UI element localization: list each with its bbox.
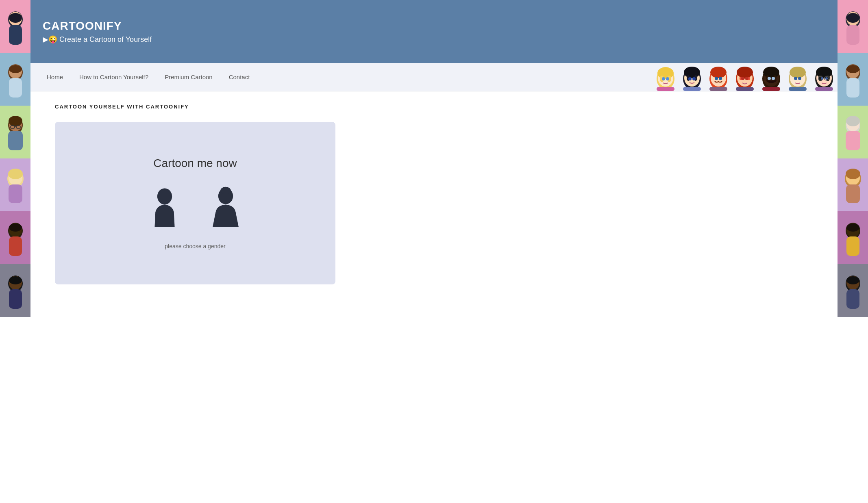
svg-rect-48 [709, 87, 727, 91]
right-avatar-2-icon [841, 61, 865, 98]
svg-rect-3 [9, 25, 22, 45]
site-header: CARTOONIFY ▶😜 Create a Cartoon of Yourse… [30, 0, 838, 63]
gender-choices [146, 186, 244, 227]
nav-avatar-dark-skin [758, 65, 785, 91]
nav-home[interactable]: Home [39, 69, 71, 85]
svg-rect-26 [9, 289, 22, 309]
svg-point-32 [662, 77, 665, 80]
left-cell-2 [0, 53, 30, 106]
svg-point-29 [657, 67, 674, 79]
nav-bar: Home How to Cartoon Yourself? Premium Ca… [30, 63, 838, 91]
svg-rect-22 [9, 236, 22, 256]
svg-point-96 [846, 116, 860, 126]
gender-prompt: please choose a gender [165, 243, 225, 249]
svg-rect-109 [846, 289, 859, 309]
svg-point-88 [846, 13, 859, 23]
left-cell-5 [0, 211, 30, 264]
svg-point-70 [798, 77, 801, 80]
nav-how-to[interactable]: How to Cartoon Yourself? [71, 69, 157, 85]
svg-point-63 [768, 77, 771, 80]
svg-point-46 [715, 77, 718, 80]
svg-point-47 [719, 77, 722, 80]
right-cell-3 [838, 106, 868, 158]
nav-avatar-light-hair [785, 65, 811, 91]
left-side-strip [0, 0, 30, 503]
svg-rect-101 [846, 184, 860, 203]
right-avatar-4-icon [841, 167, 865, 203]
left-cell-3 [0, 106, 30, 158]
right-side-strip [838, 0, 868, 503]
nav-avatar-blonde [653, 65, 679, 91]
svg-point-81 [825, 77, 828, 80]
svg-point-25 [9, 276, 22, 284]
svg-point-85 [220, 187, 231, 194]
svg-point-83 [157, 188, 172, 204]
svg-rect-57 [736, 87, 754, 91]
svg-point-100 [846, 169, 860, 179]
right-cell-4 [838, 158, 868, 211]
right-cell-2 [838, 53, 868, 106]
svg-rect-42 [683, 87, 701, 91]
svg-point-37 [684, 67, 700, 78]
svg-point-60 [763, 67, 779, 78]
nav-avatar-glasses [732, 65, 758, 91]
svg-rect-11 [8, 131, 23, 150]
left-cell-1 [0, 0, 30, 53]
left-avatar-3-icon [3, 114, 28, 150]
nav-premium[interactable]: Premium Cartoon [157, 69, 221, 85]
svg-rect-105 [846, 236, 859, 256]
male-icon [146, 186, 183, 227]
svg-point-17 [8, 169, 23, 179]
right-cell-5 [838, 211, 868, 264]
nav-avatars [653, 63, 838, 91]
svg-point-74 [816, 67, 832, 78]
left-cell-6 [0, 264, 30, 317]
right-avatar-5-icon [841, 219, 865, 256]
left-avatar-4-icon [3, 167, 28, 203]
section-heading: CARTOON YOURSELF WITH CARTOONIFY [55, 104, 813, 110]
svg-point-10 [9, 116, 22, 126]
left-avatar-1-icon [3, 8, 28, 45]
svg-point-51 [737, 67, 753, 78]
svg-rect-65 [762, 87, 780, 91]
left-avatar-6-icon [3, 272, 28, 309]
female-icon [207, 186, 244, 227]
left-cell-4 [0, 158, 30, 211]
svg-rect-34 [657, 87, 674, 91]
right-cell-1 [838, 0, 868, 53]
svg-point-21 [9, 223, 22, 232]
svg-rect-82 [815, 87, 833, 91]
page-wrapper: CARTOONIFY ▶😜 Create a Cartoon of Yourse… [0, 0, 868, 503]
nav-avatar-dark-hair [679, 65, 705, 91]
svg-rect-89 [846, 25, 859, 45]
svg-point-92 [846, 65, 859, 73]
svg-point-6 [9, 65, 22, 73]
svg-rect-55 [745, 77, 750, 80]
right-avatar-3-icon [841, 114, 865, 150]
left-avatar-2-icon [3, 61, 28, 98]
site-subtitle: ▶😜 Create a Cartoon of Yourself [43, 35, 825, 44]
svg-rect-97 [846, 131, 860, 150]
svg-point-41 [692, 77, 696, 80]
site-title: CARTOONIFY [43, 20, 825, 33]
svg-point-80 [821, 77, 823, 80]
nav-contact[interactable]: Contact [221, 69, 258, 85]
svg-point-45 [710, 67, 727, 78]
male-gender-button[interactable] [146, 186, 183, 227]
nav-avatar-redhead [705, 65, 732, 91]
svg-point-69 [794, 77, 797, 80]
svg-rect-54 [740, 77, 744, 80]
svg-point-64 [772, 77, 775, 80]
page-body: CARTOON YOURSELF WITH CARTOONIFY Cartoon… [30, 91, 838, 503]
nav-links: Home How to Cartoon Yourself? Premium Ca… [30, 63, 653, 91]
nav-avatar-female-glasses [811, 65, 838, 91]
right-avatar-6-icon [841, 272, 865, 309]
svg-point-2 [9, 13, 22, 23]
female-gender-button[interactable] [207, 186, 244, 227]
svg-rect-71 [789, 87, 807, 91]
right-avatar-1-icon [841, 8, 865, 45]
svg-rect-18 [9, 184, 22, 203]
svg-point-40 [688, 77, 692, 80]
svg-point-68 [790, 67, 806, 78]
svg-rect-7 [9, 78, 22, 98]
